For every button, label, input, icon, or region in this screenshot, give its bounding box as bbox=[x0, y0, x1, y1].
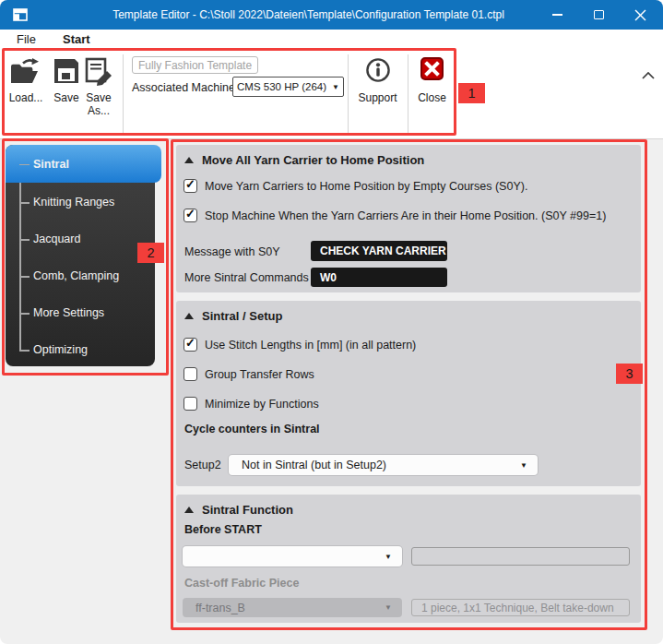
sidebar-item-sintral[interactable]: Sintral bbox=[6, 145, 161, 183]
minimize-icon bbox=[552, 14, 562, 16]
toolbar-separator bbox=[123, 54, 124, 135]
open-folder-icon bbox=[8, 57, 43, 87]
maximize-icon bbox=[594, 10, 604, 19]
cast-off-dropdown: ff-trans_B ▼ bbox=[183, 598, 402, 617]
close-icon bbox=[634, 9, 646, 21]
tree-tick bbox=[19, 164, 30, 166]
titlebar: Template Editor - C:\Stoll 2022\Dateien\… bbox=[0, 0, 663, 30]
tree-tick bbox=[19, 350, 30, 352]
section-title: Sintral / Setup bbox=[202, 309, 282, 323]
dropdown-caret-icon: ▼ bbox=[385, 603, 392, 612]
checkbox-row: Group Transfer Rows bbox=[184, 366, 314, 382]
section-sintral-function: Sintral Function Before START ▼ Cast-off… bbox=[176, 495, 641, 623]
tree-tick bbox=[19, 313, 30, 315]
dropdown-caret-icon: ▼ bbox=[520, 461, 527, 470]
machine-value: CMS 530 HP (264) bbox=[237, 81, 326, 92]
section-header: Sintral Function bbox=[184, 503, 293, 517]
window-controls bbox=[537, 0, 661, 30]
save-button[interactable]: Save bbox=[50, 57, 83, 104]
more-sintral-commands-field[interactable]: W0 bbox=[311, 268, 447, 287]
sidebar-item-comb-clamping[interactable]: Comb, Clamping bbox=[6, 267, 155, 285]
checkbox-group-transfer-rows[interactable] bbox=[184, 367, 197, 381]
collapse-section-icon[interactable] bbox=[184, 507, 194, 513]
menubar: File Start bbox=[0, 30, 663, 51]
sidebar-nav: Sintral Knitting Ranges Jacquard Comb, C… bbox=[6, 145, 155, 366]
tree-tick bbox=[19, 276, 30, 278]
more-sintral-commands-label: More Sintral Commands bbox=[184, 268, 309, 287]
save-as-button[interactable]: Save As... bbox=[79, 57, 118, 117]
info-icon bbox=[365, 57, 391, 83]
message-with-s0y-label: Message with S0Y bbox=[184, 243, 280, 261]
tree-tick bbox=[19, 202, 30, 204]
associated-machine-dropdown[interactable]: CMS 530 HP (264) ▼ bbox=[232, 77, 344, 97]
associated-machine-label: Associated Machine: bbox=[132, 81, 238, 94]
checkbox-row: Move Yarn Carriers to Home Position by E… bbox=[184, 178, 527, 194]
app-icon[interactable] bbox=[12, 6, 29, 23]
setup2-value: Not in Sintral (but in Setup2) bbox=[242, 459, 386, 471]
dropdown-caret-icon: ▼ bbox=[332, 83, 339, 91]
red-close-icon bbox=[420, 57, 444, 80]
annotation-badge-1: 1 bbox=[458, 83, 485, 103]
window-title: Template Editor - C:\Stoll 2022\Dateien\… bbox=[55, 0, 562, 30]
collapse-ribbon-chevron-icon[interactable] bbox=[641, 71, 656, 80]
setup2-dropdown[interactable]: Not in Sintral (but in Setup2) ▼ bbox=[229, 455, 538, 475]
cast-off-field: 1 piece, 1x1 Technique, Belt take-down bbox=[411, 599, 630, 616]
minimize-button[interactable] bbox=[537, 0, 578, 30]
checkbox-row: Use Stitch Lengths in [mm] (in all patte… bbox=[184, 337, 416, 352]
ribbon-toolbar: Load... Save Sav bbox=[0, 51, 663, 139]
section-title: Move All Yarn Carrier to Home Position bbox=[202, 153, 424, 167]
section-title: Sintral Function bbox=[202, 503, 293, 517]
checkbox-stitch-lengths-mm[interactable] bbox=[184, 338, 197, 352]
annotation-badge-3: 3 bbox=[616, 364, 643, 384]
setup2-label: Setup2 bbox=[184, 456, 221, 474]
cast-off-fabric-piece-label: Cast-off Fabric Piece bbox=[184, 577, 299, 590]
annotation-badge-2: 2 bbox=[137, 243, 164, 263]
checkbox-row: Stop Machine When the Yarn Carriers Are … bbox=[184, 208, 606, 223]
sidebar-item-more-settings[interactable]: More Settings bbox=[6, 304, 155, 322]
section-header: Sintral / Setup bbox=[184, 309, 282, 323]
support-button[interactable]: Support bbox=[348, 57, 408, 104]
before-start-label: Before START bbox=[184, 523, 262, 536]
message-with-s0y-field[interactable]: CHECK YARN CARRIER bbox=[311, 241, 447, 261]
checkbox-move-carriers-home[interactable] bbox=[184, 179, 197, 193]
template-editor-window: Template Editor - C:\Stoll 2022\Dateien\… bbox=[0, 0, 663, 644]
menu-file[interactable]: File bbox=[17, 32, 36, 46]
fully-fashion-template-button: Fully Fashion Template bbox=[132, 56, 258, 74]
tree-tick bbox=[19, 239, 30, 241]
floppy-save-icon bbox=[53, 57, 80, 85]
close-window-button[interactable] bbox=[620, 0, 661, 30]
menu-start[interactable]: Start bbox=[63, 32, 90, 46]
checkbox-minimize-by-functions[interactable] bbox=[184, 397, 197, 411]
section-header: Move All Yarn Carrier to Home Position bbox=[184, 153, 424, 167]
save-as-icon bbox=[83, 57, 114, 87]
sidebar-item-jacquard[interactable]: Jacquard bbox=[6, 230, 155, 248]
before-start-dropdown[interactable]: ▼ bbox=[183, 546, 402, 566]
maximize-button[interactable] bbox=[578, 0, 620, 30]
sidebar-item-optimizing[interactable]: Optimizing bbox=[6, 340, 155, 359]
before-start-field[interactable] bbox=[411, 547, 630, 566]
collapse-section-icon[interactable] bbox=[184, 313, 194, 319]
checkbox-row: Minimize by Functions bbox=[184, 396, 319, 411]
sidebar-item-knitting-ranges[interactable]: Knitting Ranges bbox=[6, 193, 155, 211]
load-button[interactable]: Load... bbox=[4, 57, 48, 104]
collapse-section-icon[interactable] bbox=[184, 157, 194, 163]
cast-off-dropdown-value: ff-trans_B bbox=[195, 602, 245, 614]
cycle-counters-heading: Cycle counters in Sintral bbox=[184, 423, 320, 435]
dropdown-caret-icon: ▼ bbox=[385, 553, 392, 561]
section-move-yarn-carrier: Move All Yarn Carrier to Home Position M… bbox=[176, 145, 641, 292]
checkbox-stop-machine-home[interactable] bbox=[184, 209, 197, 222]
close-template-button[interactable]: Close bbox=[408, 57, 456, 104]
section-sintral-setup: Sintral / Setup Use Stitch Lengths in [m… bbox=[176, 301, 641, 486]
